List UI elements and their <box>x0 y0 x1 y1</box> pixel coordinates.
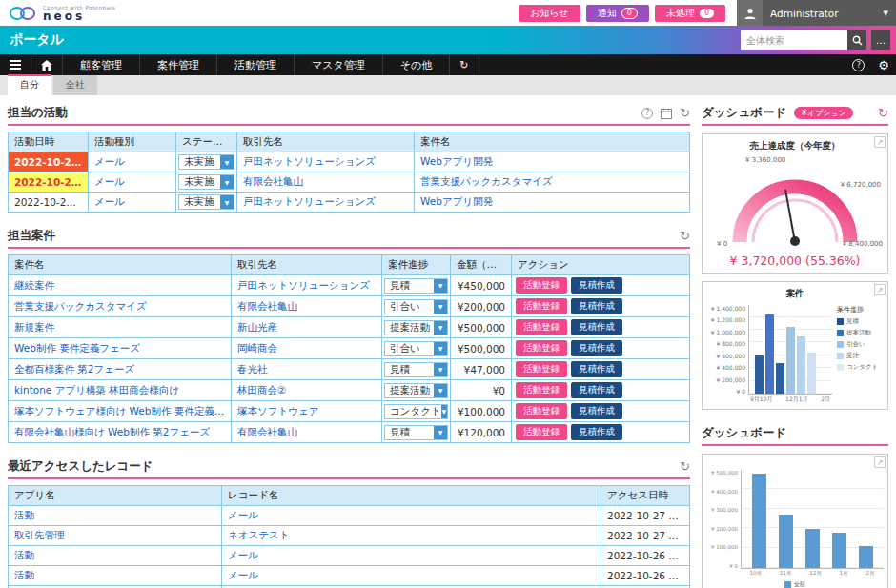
search-input[interactable] <box>741 30 847 50</box>
app-link[interactable]: 活動 <box>14 509 34 520</box>
case-link[interactable]: 新規案件 <box>14 321 54 333</box>
amount: ¥100,000 <box>451 401 512 422</box>
register-activity-button[interactable]: 活動登録 <box>516 319 567 335</box>
activities-table: 活動日時活動種別ステータス取引先名案件名 2022-10-25 12:16メール… <box>8 132 690 213</box>
activity-type-link[interactable]: メール <box>94 195 125 207</box>
expand-icon[interactable]: ↗ <box>874 284 886 295</box>
case-link[interactable]: 営業支援パックカスタマイズ <box>14 300 147 312</box>
recent-record-row: 活動メール2022-10-26 17:57 <box>9 566 690 586</box>
account-link[interactable]: 有限会社亀山 <box>237 300 297 312</box>
tick-label: 2月 <box>821 395 830 404</box>
status-dropdown[interactable]: 未実施▼ <box>178 154 234 170</box>
case-row: 営業支援パックカスタマイズ有限会社亀山引合い▼¥200,000活動登録見積作成 <box>9 296 690 317</box>
expand-icon[interactable]: ↗ <box>874 136 886 148</box>
register-activity-button[interactable]: 活動登録 <box>516 361 567 377</box>
create-estimate-button[interactable]: 見積作成 <box>571 277 622 294</box>
nav-item[interactable]: マスタ管理 <box>295 54 383 75</box>
notifications-button[interactable]: 通知 0 <box>586 5 649 22</box>
refresh-icon[interactable]: ↻ <box>680 460 690 473</box>
account-link[interactable]: 戸田ネットソリューションズ <box>243 155 376 167</box>
tick-label: 11月 <box>780 570 792 577</box>
progress-dropdown[interactable]: 見積▼ <box>384 425 448 440</box>
record-link[interactable]: メール <box>228 509 258 520</box>
case-link[interactable]: Webアプリ開発 <box>420 155 493 167</box>
chevron-down-icon: ▼ <box>434 363 447 376</box>
account-link[interactable]: 春光社 <box>237 363 268 375</box>
app-link[interactable]: 活動 <box>14 549 34 560</box>
gauge-tick-label: ¥ 6,720,000 <box>841 181 881 189</box>
create-estimate-button[interactable]: 見積作成 <box>571 298 622 314</box>
record-link[interactable]: メール <box>228 569 258 580</box>
settings-gear-icon[interactable]: ⚙ <box>871 54 896 75</box>
create-estimate-button[interactable]: 見積作成 <box>571 340 622 356</box>
create-estimate-button[interactable]: 見積作成 <box>571 403 622 419</box>
account-link[interactable]: 新山光産 <box>237 321 277 333</box>
case-link[interactable]: Web制作 要件定義フェーズ <box>14 342 140 354</box>
progress-dropdown[interactable]: 見積▼ <box>384 278 448 294</box>
case-link[interactable]: 塚本ソフトウェア様向け Web制作 要件定義フェーズ <box>14 405 232 416</box>
progress-dropdown[interactable]: 見積▼ <box>384 362 448 377</box>
content: 担当の活動 ? ↻ 活動日時活動種別ステータス取引先名案件名 <box>0 95 896 588</box>
refresh-icon[interactable]: ↻ <box>680 107 690 119</box>
announcements-button[interactable]: お知らせ <box>519 5 580 22</box>
refresh-icon[interactable]: ↻ <box>878 107 888 119</box>
help-icon[interactable]: ? <box>845 54 871 75</box>
progress-dropdown[interactable]: コンタクト▼ <box>384 404 448 419</box>
status-dropdown[interactable]: 未実施▼ <box>178 194 234 210</box>
record-link[interactable]: メール <box>228 549 258 560</box>
progress-dropdown[interactable]: 提案活動▼ <box>384 383 448 398</box>
create-estimate-button[interactable]: 見積作成 <box>571 319 622 335</box>
case-link[interactable]: 継続案件 <box>14 279 54 291</box>
create-estimate-button[interactable]: 見積作成 <box>571 361 622 377</box>
account-link[interactable]: 有限会社亀山 <box>243 175 303 187</box>
account-link[interactable]: 有限会社亀山 <box>237 426 297 437</box>
register-activity-button[interactable]: 活動登録 <box>516 382 567 398</box>
account-link[interactable]: 戸田ネットソリューションズ <box>237 279 370 291</box>
register-activity-button[interactable]: 活動登録 <box>516 277 567 294</box>
progress-dropdown[interactable]: 引合い▼ <box>384 299 448 314</box>
activity-type-link[interactable]: メール <box>94 155 125 167</box>
case-link[interactable]: Webアプリ開発 <box>420 195 493 207</box>
nav-item[interactable]: 案件管理 <box>140 54 217 75</box>
neos-logo[interactable]: Connect with Potentials neos <box>8 5 115 22</box>
user-menu[interactable]: Administrator ▼ <box>737 0 896 26</box>
activity-type-link[interactable]: メール <box>94 175 125 187</box>
tab-company[interactable]: 全社 <box>53 75 97 95</box>
register-activity-button[interactable]: 活動登録 <box>516 298 567 314</box>
refresh-icon[interactable]: ↻ <box>680 230 690 242</box>
calendar-icon[interactable] <box>661 108 672 119</box>
account-link[interactable]: 林田商会② <box>237 384 286 395</box>
create-estimate-button[interactable]: 見積作成 <box>571 424 622 440</box>
register-activity-button[interactable]: 活動登録 <box>516 424 567 440</box>
nav-item[interactable]: 活動管理 <box>217 54 295 75</box>
register-activity-button[interactable]: 活動登録 <box>516 403 567 419</box>
account-link[interactable]: 岡崎商会 <box>237 342 277 354</box>
nav-refresh-icon[interactable]: ↻ <box>450 54 479 75</box>
progress-dropdown[interactable]: 引合い▼ <box>384 341 448 356</box>
nav-item[interactable]: 顧客管理 <box>63 54 140 75</box>
tab-mine[interactable]: 自分 <box>8 74 51 95</box>
more-options-button[interactable]: … <box>871 30 890 50</box>
expand-icon[interactable]: ↗ <box>874 456 886 468</box>
app-link[interactable]: 取引先管理 <box>14 529 65 540</box>
app-link[interactable]: 活動 <box>14 569 34 580</box>
help-icon[interactable]: ? <box>641 108 653 119</box>
case-link[interactable]: 営業支援パックカスタマイズ <box>420 175 553 187</box>
nav-item[interactable]: その他 <box>383 54 451 75</box>
account-link[interactable]: 戸田ネットソリューションズ <box>243 195 376 207</box>
register-activity-button[interactable]: 活動登録 <box>516 340 567 356</box>
record-link[interactable]: ネオステスト <box>228 529 289 540</box>
progress-dropdown[interactable]: 提案活動▼ <box>384 320 448 335</box>
tick-label: ¥ 400,000 <box>711 489 738 495</box>
pending-button[interactable]: 未処理 0 <box>655 5 725 22</box>
case-link[interactable]: kintone アプリ構築 林田商会様向け <box>14 384 179 395</box>
case-link[interactable]: 全都百様案件 第2フェーズ <box>14 363 134 375</box>
create-estimate-button[interactable]: 見積作成 <box>571 382 622 398</box>
hamburger-menu-icon[interactable] <box>0 54 31 75</box>
case-link[interactable]: 有限会社亀山様向け Web制作 第2フェーズ <box>14 426 210 437</box>
account-link[interactable]: 塚本ソフトウェア <box>237 405 318 416</box>
status-dropdown[interactable]: 未実施▼ <box>178 174 234 190</box>
search-button[interactable] <box>847 30 866 50</box>
search-icon <box>852 35 863 46</box>
home-icon[interactable] <box>31 54 63 75</box>
